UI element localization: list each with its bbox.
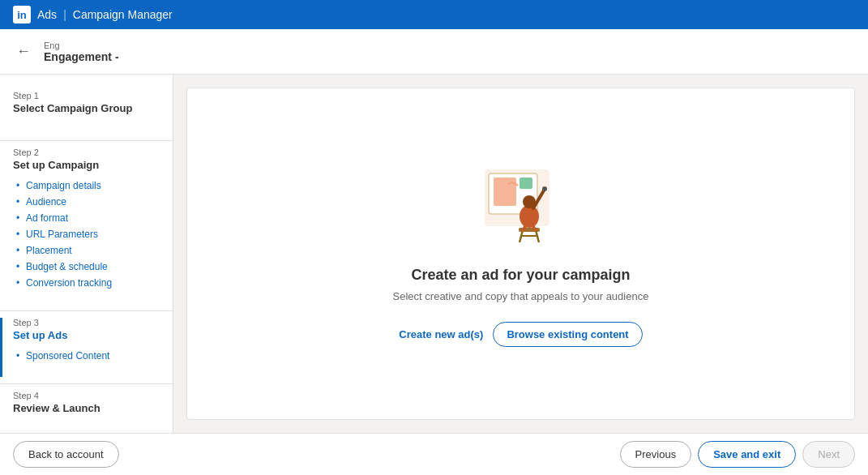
step2-item-budget-schedule[interactable]: Budget & schedule (16, 259, 160, 275)
step1-title: Select Campaign Group (13, 102, 160, 114)
ad-subtitle: Select creative and copy that appeals to… (393, 290, 649, 302)
step2-title: Set up Campaign (13, 159, 160, 171)
ad-illustration (472, 161, 570, 250)
ad-title: Create an ad for your campaign (411, 267, 630, 284)
header-titles: Eng Engagement - (44, 41, 119, 63)
header-title: Engagement - (44, 50, 119, 63)
svg-point-11 (542, 186, 547, 191)
svg-rect-7 (519, 228, 540, 232)
sidebar: Step 1 Select Campaign Group Step 2 Set … (0, 75, 173, 433)
svg-point-8 (520, 205, 539, 228)
main-content: Create an ad for your campaign Select cr… (173, 75, 868, 433)
svg-line-13 (533, 226, 535, 230)
next-button: Next (802, 441, 855, 468)
step4-title: Review & Launch (13, 402, 160, 414)
svg-rect-2 (494, 178, 516, 206)
step2-item-audience[interactable]: Audience (16, 194, 160, 210)
footer-left: Back to account (13, 441, 119, 468)
previous-button[interactable]: Previous (620, 441, 692, 468)
step3-label: Step 3 (13, 318, 160, 327)
save-and-exit-button[interactable]: Save and exit (698, 441, 796, 468)
step2-item-placement[interactable]: Placement (16, 242, 160, 259)
step3-item-sponsored-content[interactable]: Sponsored Content (16, 348, 160, 364)
linkedin-logo: in (13, 6, 31, 24)
step2-item-campaign-details[interactable]: Campaign details (16, 178, 160, 194)
back-to-account-button[interactable]: Back to account (13, 441, 119, 468)
svg-line-12 (524, 226, 525, 230)
content-card: Create an ad for your campaign Select cr… (186, 88, 855, 420)
step1-section: Step 1 Select Campaign Group (0, 91, 173, 134)
step2-section: Step 2 Set up Campaign Campaign details … (0, 148, 173, 304)
back-button[interactable]: ← (13, 40, 34, 63)
step2-item-ad-format[interactable]: Ad format (16, 210, 160, 226)
step2-item-url-parameters[interactable]: URL Parameters (16, 226, 160, 242)
step3-items: Sponsored Content (13, 348, 160, 364)
app-name: Ads (37, 8, 57, 21)
footer-right: Previous Save and exit Next (620, 441, 855, 468)
top-bar: in Ads | Campaign Manager (0, 0, 868, 29)
layout: Step 1 Select Campaign Group Step 2 Set … (0, 75, 868, 433)
header: ← Eng Engagement - (0, 29, 868, 75)
step2-label: Step 2 (13, 148, 160, 157)
svg-rect-3 (520, 178, 532, 189)
step2-item-conversion-tracking[interactable]: Conversion tracking (16, 275, 160, 291)
step3-title: Set up Ads (13, 329, 160, 341)
header-subtitle: Eng (44, 41, 119, 50)
footer: Back to account Previous Save and exit N… (0, 433, 868, 475)
step4-label: Step 4 (13, 391, 160, 400)
create-new-ads-button[interactable]: Create new ad(s) (399, 328, 483, 340)
step4-section: Step 4 Review & Launch (0, 391, 173, 433)
browse-existing-content-button[interactable]: Browse existing content (493, 322, 642, 347)
separator: | (63, 8, 66, 21)
step1-label: Step 1 (13, 91, 160, 101)
ad-actions: Create new ad(s) Browse existing content (399, 322, 642, 347)
section-title: Campaign Manager (73, 8, 173, 21)
step3-section: Step 3 Set up Ads Sponsored Content (0, 318, 173, 377)
step2-items: Campaign details Audience Ad format URL … (13, 178, 160, 291)
